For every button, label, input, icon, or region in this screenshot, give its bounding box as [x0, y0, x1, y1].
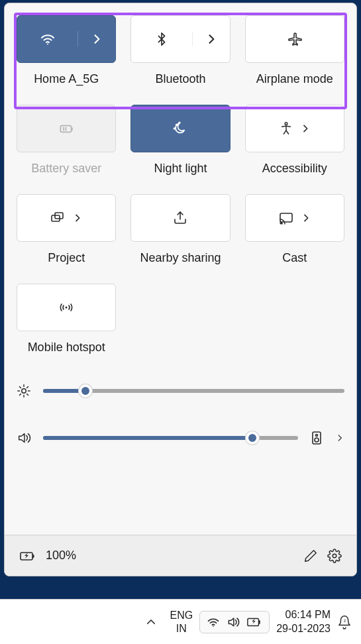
svg-point-3 — [176, 125, 178, 126]
nearby-sharing-icon — [172, 210, 188, 226]
accessibility-label: Accessibility — [262, 162, 327, 176]
volume-slider[interactable] — [43, 436, 298, 440]
wifi-label: Home A_5G — [34, 72, 99, 86]
battery-saver-toggle-block: Battery saver — [17, 105, 116, 176]
hotspot-button[interactable] — [17, 284, 116, 331]
svg-line-19 — [19, 394, 21, 396]
svg-point-28 — [213, 625, 214, 627]
panel-footer: 100% — [5, 535, 356, 576]
hotspot-icon — [58, 299, 74, 315]
accessibility-button[interactable] — [245, 105, 344, 152]
chevron-right-icon — [300, 123, 311, 134]
audio-output-button[interactable] — [310, 430, 323, 446]
battery-saver-icon — [58, 120, 75, 137]
wifi-tray-icon — [207, 616, 220, 629]
brightness-slider[interactable] — [43, 389, 344, 393]
wifi-button[interactable] — [17, 15, 116, 63]
svg-rect-30 — [248, 618, 259, 625]
accessibility-icon — [279, 121, 293, 136]
night-light-button[interactable] — [130, 105, 230, 152]
chevron-right-icon — [90, 32, 103, 46]
battery-tray-icon — [246, 616, 262, 628]
volume-slider-row — [17, 430, 344, 446]
battery-saver-label: Battery saver — [31, 162, 101, 176]
language-top: ENG — [170, 609, 193, 621]
notifications-button[interactable]: z — [337, 615, 352, 629]
nearby-sharing-label: Nearby sharing — [140, 251, 221, 265]
airplane-label: Airplane mode — [256, 72, 333, 86]
chevron-right-icon — [301, 213, 311, 223]
wifi-expand-button[interactable] — [78, 32, 115, 46]
quick-settings-panel: Home A_5G Bluetooth — [4, 3, 357, 576]
accessibility-toggle-block: Accessibility — [245, 105, 344, 176]
bluetooth-button[interactable] — [130, 15, 230, 63]
settings-button[interactable] — [327, 549, 342, 563]
clock-date: 29-01-2023 — [276, 622, 331, 636]
language-bottom: IN — [170, 622, 193, 635]
airplane-button[interactable] — [245, 15, 344, 63]
bluetooth-expand-button[interactable] — [193, 32, 230, 46]
svg-rect-26 — [32, 555, 34, 558]
bluetooth-toggle-block: Bluetooth — [130, 15, 230, 86]
svg-point-24 — [315, 438, 319, 442]
nearby-sharing-button[interactable] — [130, 194, 230, 242]
svg-rect-9 — [280, 213, 292, 222]
night-light-toggle-block: Night light — [130, 105, 230, 176]
language-indicator[interactable]: ENG IN — [170, 609, 193, 634]
cast-icon — [278, 210, 294, 226]
volume-tray-icon — [227, 616, 240, 629]
cast-button[interactable] — [245, 194, 344, 242]
project-icon — [50, 210, 66, 226]
svg-point-5 — [174, 128, 176, 129]
svg-line-20 — [27, 386, 28, 388]
audio-output-expand[interactable] — [335, 433, 344, 443]
svg-point-11 — [66, 307, 68, 309]
svg-marker-21 — [19, 434, 25, 443]
cast-toggle-block: Cast — [245, 194, 344, 265]
svg-point-27 — [333, 554, 336, 558]
battery-saver-button — [17, 105, 116, 152]
chevron-up-icon — [145, 616, 157, 628]
project-label: Project — [48, 251, 85, 265]
wifi-icon — [40, 31, 56, 47]
bluetooth-label: Bluetooth — [155, 72, 205, 86]
airplane-icon — [287, 31, 303, 47]
svg-point-10 — [280, 223, 282, 224]
svg-line-18 — [27, 394, 28, 396]
svg-point-23 — [316, 435, 318, 437]
bluetooth-icon — [154, 32, 169, 46]
battery-percentage: 100% — [46, 549, 76, 563]
wifi-toggle-block: Home A_5G — [17, 15, 116, 86]
hotspot-label: Mobile hotspot — [28, 341, 105, 354]
chevron-right-icon — [205, 32, 218, 46]
night-light-icon — [172, 120, 189, 137]
clock[interactable]: 06:14 PM 29-01-2023 — [276, 608, 331, 636]
hotspot-toggle-block: Mobile hotspot — [17, 284, 116, 354]
toggle-grid: Home A_5G Bluetooth — [17, 15, 344, 354]
taskbar: ENG IN 06:14 PM 29-01-2023 z — [0, 599, 361, 644]
svg-rect-2 — [72, 127, 73, 130]
nearby-sharing-toggle-block: Nearby sharing — [130, 194, 230, 265]
battery-icon — [19, 549, 36, 563]
svg-point-12 — [22, 389, 26, 393]
svg-text:z: z — [344, 618, 346, 623]
project-button[interactable] — [17, 194, 116, 242]
system-tray[interactable] — [199, 611, 270, 633]
svg-point-6 — [285, 123, 287, 125]
night-light-label: Night light — [154, 162, 207, 176]
sliders-section — [17, 384, 344, 478]
tray-overflow-button[interactable] — [139, 610, 163, 634]
volume-icon — [17, 431, 31, 445]
clock-time: 06:14 PM — [276, 608, 331, 622]
svg-point-4 — [180, 122, 181, 123]
svg-line-17 — [19, 386, 21, 388]
brightness-icon — [17, 384, 31, 398]
svg-marker-29 — [229, 618, 234, 626]
chevron-right-icon — [72, 213, 83, 223]
brightness-slider-row — [17, 384, 344, 398]
svg-point-0 — [47, 44, 48, 45]
edit-button[interactable] — [303, 549, 318, 563]
project-toggle-block: Project — [17, 194, 116, 265]
svg-rect-31 — [259, 620, 260, 624]
airplane-toggle-block: Airplane mode — [245, 15, 344, 86]
